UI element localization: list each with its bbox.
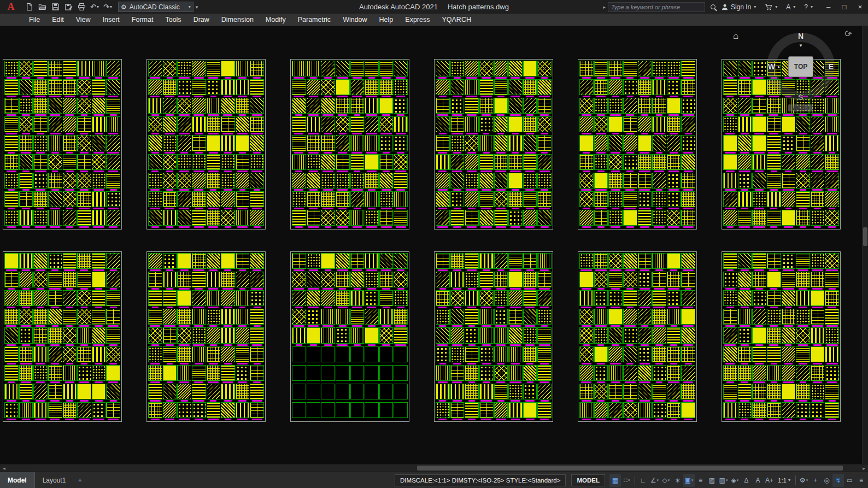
menu-draw[interactable]: Draw <box>187 14 215 26</box>
annotation-autoscale-toggle[interactable]: A+ <box>764 474 775 487</box>
saveas-button[interactable] <box>62 1 74 13</box>
annotation-scale-button[interactable]: 1:1▾ <box>775 474 793 486</box>
hatch-swatch <box>192 98 206 116</box>
hatch-label <box>437 226 448 228</box>
horizontal-scrollbar[interactable]: ◂ ▸ <box>0 464 868 472</box>
drawing-area[interactable]: N S W E ▾ ▸ ◂ TOP ⌂ ↺ WCS ▾ <box>0 26 862 464</box>
menu-window[interactable]: Window <box>337 14 373 26</box>
hatch-tile <box>221 98 235 114</box>
viewcube-north[interactable]: N <box>798 32 804 40</box>
annotation-monitor-toggle[interactable]: + <box>810 474 821 487</box>
scroll-right-arrow[interactable]: ▸ <box>860 465 868 472</box>
search-icon[interactable] <box>711 4 715 9</box>
horizontal-scrollbar-track[interactable] <box>8 465 860 472</box>
viewcube-south[interactable]: S <box>798 93 803 102</box>
autocad-logo-icon[interactable]: A <box>0 0 22 14</box>
object-snap-toggle[interactable]: ▣▾ <box>683 474 695 487</box>
hatch-tile <box>508 272 523 287</box>
plot-button[interactable] <box>75 1 87 13</box>
search-expand-icon[interactable]: ▸ <box>603 4 606 10</box>
3d-object-snap-toggle[interactable]: ◈▾ <box>729 474 741 487</box>
hatch-tile <box>236 79 250 95</box>
menu-modify[interactable]: Modify <box>260 14 292 26</box>
home-icon[interactable]: ⌂ <box>733 31 738 42</box>
hatch-tile <box>623 290 637 306</box>
viewcube-rotate-right-icon[interactable]: ◂ <box>821 64 824 69</box>
hatch-swatch <box>667 173 681 191</box>
hatch-label <box>108 170 118 172</box>
dynamic-ucs-toggle[interactable]: ∆ <box>741 474 752 487</box>
menu-parametric[interactable]: Parametric <box>292 14 337 26</box>
qsave-button[interactable] <box>49 1 61 13</box>
menu-format[interactable]: Format <box>126 14 160 26</box>
hatch-label <box>670 400 678 402</box>
menu-file[interactable]: File <box>23 14 46 26</box>
model-space-toggle[interactable]: MODEL <box>571 474 605 486</box>
viewcube-top-face[interactable]: TOP <box>788 56 813 77</box>
ortho-mode-toggle[interactable]: ∟ <box>637 474 649 487</box>
hatch-label <box>755 96 764 97</box>
hatch-tile <box>752 346 766 362</box>
hatch-swatch <box>752 210 766 228</box>
search-input[interactable] <box>611 4 702 10</box>
graphics-performance-toggle[interactable]: ↯ <box>832 474 844 487</box>
menu-tools[interactable]: Tools <box>159 14 187 26</box>
qnew-button[interactable] <box>23 1 35 13</box>
hatch-label <box>338 152 347 154</box>
hatch-tile <box>450 365 465 381</box>
sign-in-button[interactable]: Sign In ▾ <box>717 0 760 14</box>
viewcube-west[interactable]: W <box>768 62 775 71</box>
annotation-visibility-toggle[interactable]: A <box>752 474 764 487</box>
menu-view[interactable]: View <box>70 14 97 26</box>
object-snap-tracking-toggle[interactable]: ∗ <box>672 474 683 487</box>
scroll-left-arrow[interactable]: ◂ <box>0 465 8 472</box>
customize-toggle[interactable]: ≡ <box>855 474 867 487</box>
maximize-button[interactable]: □ <box>836 0 852 14</box>
hatch-swatch <box>623 154 637 172</box>
redo-button[interactable]: ↷▾ <box>102 1 114 13</box>
hatch-label <box>541 226 549 228</box>
hatch-swatch <box>192 327 206 345</box>
hatch-swatch <box>177 135 191 153</box>
qat-customize-button[interactable]: ▾ <box>196 4 198 10</box>
wcs-dropdown[interactable]: WCS ▾ <box>788 104 813 111</box>
lineweight-toggle[interactable]: ≡ <box>695 474 706 487</box>
menu-dimension[interactable]: Dimension <box>215 14 260 26</box>
horizontal-scrollbar-thumb[interactable] <box>417 466 843 471</box>
grid-display-toggle[interactable]: ▦ <box>609 474 621 487</box>
transparency-toggle[interactable]: ▨ <box>706 474 718 487</box>
isolate-objects-toggle[interactable]: ◎ <box>821 474 832 487</box>
menu-yqarch[interactable]: YQARCH <box>436 14 477 26</box>
polar-tracking-toggle[interactable]: ∠▾ <box>649 474 660 487</box>
vertical-scrollbar-thumb[interactable] <box>863 227 867 246</box>
help-button[interactable]: ? ▾ <box>800 0 817 14</box>
undo-button[interactable]: ↶▾ <box>89 1 101 13</box>
tab-layout1[interactable]: Layout1 <box>35 472 74 488</box>
appstore-button[interactable]: A ▾ <box>782 0 800 14</box>
hatch-swatch <box>537 402 552 420</box>
menu-help[interactable]: Help <box>373 14 400 26</box>
workspace-dropdown[interactable]: ⚙ AutoCAD Classic ▾ <box>118 2 193 12</box>
viewcube-rotate-down-icon[interactable]: ▾ <box>800 43 802 48</box>
vertical-scrollbar[interactable] <box>862 26 868 464</box>
open-button[interactable] <box>36 1 48 13</box>
viewcube-east[interactable]: E <box>829 62 834 71</box>
selection-cycling-toggle[interactable]: ▥▾ <box>718 474 729 487</box>
hatch-swatch <box>681 272 695 290</box>
menu-edit[interactable]: Edit <box>46 14 70 26</box>
menu-express[interactable]: Express <box>399 14 436 26</box>
orbit-arrow-icon[interactable]: ↺ <box>841 27 854 40</box>
close-button[interactable]: × <box>852 0 868 14</box>
new-layout-button[interactable]: + <box>73 472 86 488</box>
viewcube-rotate-left-icon[interactable]: ▸ <box>778 64 781 69</box>
snap-mode-toggle[interactable]: ∷▾ <box>621 474 632 487</box>
cart-button[interactable]: ▾ <box>760 0 782 14</box>
hatch-tile <box>782 290 796 306</box>
menu-insert[interactable]: Insert <box>97 14 126 26</box>
workspace-switching-toggle[interactable]: ⚙▾ <box>798 474 810 487</box>
minimize-button[interactable]: – <box>820 0 836 14</box>
tab-model[interactable]: Model <box>0 472 35 488</box>
clean-screen-toggle[interactable]: ▭ <box>844 474 855 487</box>
isometric-drafting-toggle[interactable]: ◇▾ <box>660 474 672 487</box>
hatch-tile <box>623 98 637 114</box>
